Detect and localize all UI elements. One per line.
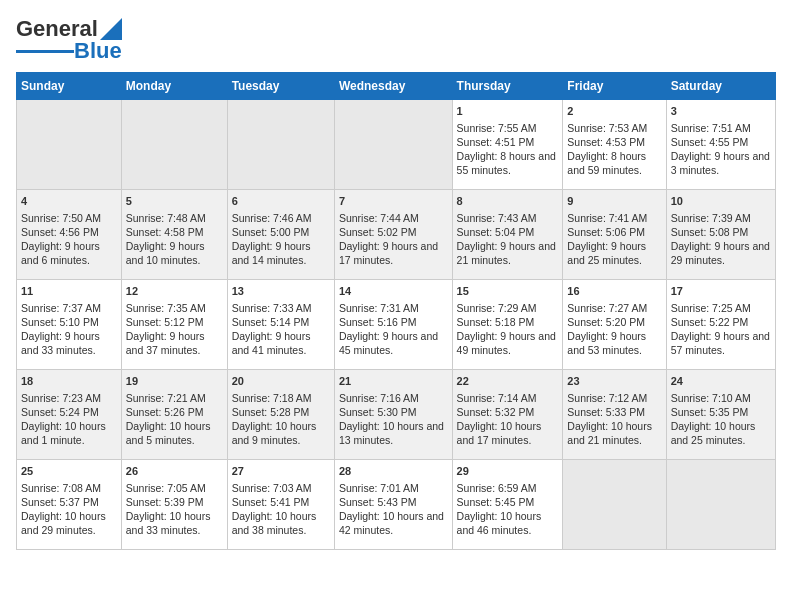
day-number: 17 [671, 284, 771, 299]
calendar-cell: 8Sunrise: 7:43 AMSunset: 5:04 PMDaylight… [452, 190, 563, 280]
calendar-table: SundayMondayTuesdayWednesdayThursdayFrid… [16, 72, 776, 550]
day-info: Sunrise: 7:53 AMSunset: 4:53 PMDaylight:… [567, 122, 647, 177]
calendar-cell: 15Sunrise: 7:29 AMSunset: 5:18 PMDayligh… [452, 280, 563, 370]
calendar-cell: 2Sunrise: 7:53 AMSunset: 4:53 PMDaylight… [563, 100, 666, 190]
col-header-tuesday: Tuesday [227, 73, 334, 100]
day-number: 16 [567, 284, 661, 299]
day-info: Sunrise: 7:50 AMSunset: 4:56 PMDaylight:… [21, 212, 101, 267]
calendar-cell: 9Sunrise: 7:41 AMSunset: 5:06 PMDaylight… [563, 190, 666, 280]
day-info: Sunrise: 7:35 AMSunset: 5:12 PMDaylight:… [126, 302, 206, 357]
calendar-cell: 29Sunrise: 6:59 AMSunset: 5:45 PMDayligh… [452, 460, 563, 550]
day-number: 18 [21, 374, 117, 389]
calendar-cell: 19Sunrise: 7:21 AMSunset: 5:26 PMDayligh… [121, 370, 227, 460]
day-number: 19 [126, 374, 223, 389]
day-info: Sunrise: 7:14 AMSunset: 5:32 PMDaylight:… [457, 392, 542, 447]
day-info: Sunrise: 7:16 AMSunset: 5:30 PMDaylight:… [339, 392, 444, 447]
day-info: Sunrise: 7:12 AMSunset: 5:33 PMDaylight:… [567, 392, 652, 447]
calendar-cell: 17Sunrise: 7:25 AMSunset: 5:22 PMDayligh… [666, 280, 775, 370]
day-number: 8 [457, 194, 559, 209]
day-info: Sunrise: 7:44 AMSunset: 5:02 PMDaylight:… [339, 212, 438, 267]
calendar-week-5: 25Sunrise: 7:08 AMSunset: 5:37 PMDayligh… [17, 460, 776, 550]
day-info: Sunrise: 7:46 AMSunset: 5:00 PMDaylight:… [232, 212, 312, 267]
calendar-cell [334, 100, 452, 190]
day-number: 20 [232, 374, 330, 389]
day-info: Sunrise: 7:43 AMSunset: 5:04 PMDaylight:… [457, 212, 556, 267]
day-info: Sunrise: 7:48 AMSunset: 4:58 PMDaylight:… [126, 212, 206, 267]
day-number: 10 [671, 194, 771, 209]
calendar-cell: 23Sunrise: 7:12 AMSunset: 5:33 PMDayligh… [563, 370, 666, 460]
calendar-week-1: 1Sunrise: 7:55 AMSunset: 4:51 PMDaylight… [17, 100, 776, 190]
col-header-saturday: Saturday [666, 73, 775, 100]
calendar-cell: 20Sunrise: 7:18 AMSunset: 5:28 PMDayligh… [227, 370, 334, 460]
day-number: 9 [567, 194, 661, 209]
calendar-cell [666, 460, 775, 550]
day-info: Sunrise: 7:10 AMSunset: 5:35 PMDaylight:… [671, 392, 756, 447]
logo-icon [100, 18, 122, 40]
day-number: 13 [232, 284, 330, 299]
calendar-cell [17, 100, 122, 190]
day-number: 24 [671, 374, 771, 389]
day-number: 2 [567, 104, 661, 119]
day-number: 5 [126, 194, 223, 209]
col-header-thursday: Thursday [452, 73, 563, 100]
day-number: 26 [126, 464, 223, 479]
day-number: 14 [339, 284, 448, 299]
header: General Blue [16, 16, 776, 64]
calendar-cell: 13Sunrise: 7:33 AMSunset: 5:14 PMDayligh… [227, 280, 334, 370]
day-info: Sunrise: 7:31 AMSunset: 5:16 PMDaylight:… [339, 302, 438, 357]
day-number: 27 [232, 464, 330, 479]
day-number: 11 [21, 284, 117, 299]
calendar-cell: 6Sunrise: 7:46 AMSunset: 5:00 PMDaylight… [227, 190, 334, 280]
day-number: 6 [232, 194, 330, 209]
svg-marker-0 [100, 18, 122, 40]
day-info: Sunrise: 7:05 AMSunset: 5:39 PMDaylight:… [126, 482, 211, 537]
calendar-cell: 21Sunrise: 7:16 AMSunset: 5:30 PMDayligh… [334, 370, 452, 460]
day-info: Sunrise: 7:55 AMSunset: 4:51 PMDaylight:… [457, 122, 556, 177]
logo-text-blue: Blue [74, 38, 122, 64]
calendar-cell: 11Sunrise: 7:37 AMSunset: 5:10 PMDayligh… [17, 280, 122, 370]
calendar-cell: 27Sunrise: 7:03 AMSunset: 5:41 PMDayligh… [227, 460, 334, 550]
calendar-cell: 22Sunrise: 7:14 AMSunset: 5:32 PMDayligh… [452, 370, 563, 460]
logo: General Blue [16, 16, 122, 64]
calendar-cell: 26Sunrise: 7:05 AMSunset: 5:39 PMDayligh… [121, 460, 227, 550]
col-header-friday: Friday [563, 73, 666, 100]
day-info: Sunrise: 7:18 AMSunset: 5:28 PMDaylight:… [232, 392, 317, 447]
day-info: Sunrise: 7:27 AMSunset: 5:20 PMDaylight:… [567, 302, 647, 357]
day-info: Sunrise: 7:33 AMSunset: 5:14 PMDaylight:… [232, 302, 312, 357]
day-info: Sunrise: 7:51 AMSunset: 4:55 PMDaylight:… [671, 122, 770, 177]
day-number: 1 [457, 104, 559, 119]
day-number: 21 [339, 374, 448, 389]
day-info: Sunrise: 7:03 AMSunset: 5:41 PMDaylight:… [232, 482, 317, 537]
calendar-cell: 16Sunrise: 7:27 AMSunset: 5:20 PMDayligh… [563, 280, 666, 370]
day-info: Sunrise: 7:01 AMSunset: 5:43 PMDaylight:… [339, 482, 444, 537]
calendar-cell: 7Sunrise: 7:44 AMSunset: 5:02 PMDaylight… [334, 190, 452, 280]
day-number: 12 [126, 284, 223, 299]
col-header-sunday: Sunday [17, 73, 122, 100]
day-number: 22 [457, 374, 559, 389]
calendar-cell [121, 100, 227, 190]
day-number: 3 [671, 104, 771, 119]
day-number: 15 [457, 284, 559, 299]
calendar-cell: 28Sunrise: 7:01 AMSunset: 5:43 PMDayligh… [334, 460, 452, 550]
calendar-cell: 4Sunrise: 7:50 AMSunset: 4:56 PMDaylight… [17, 190, 122, 280]
day-number: 4 [21, 194, 117, 209]
day-number: 28 [339, 464, 448, 479]
calendar-cell: 5Sunrise: 7:48 AMSunset: 4:58 PMDaylight… [121, 190, 227, 280]
day-info: Sunrise: 7:25 AMSunset: 5:22 PMDaylight:… [671, 302, 770, 357]
col-header-monday: Monday [121, 73, 227, 100]
day-info: Sunrise: 7:41 AMSunset: 5:06 PMDaylight:… [567, 212, 647, 267]
calendar-week-2: 4Sunrise: 7:50 AMSunset: 4:56 PMDaylight… [17, 190, 776, 280]
calendar-cell: 1Sunrise: 7:55 AMSunset: 4:51 PMDaylight… [452, 100, 563, 190]
calendar-cell: 3Sunrise: 7:51 AMSunset: 4:55 PMDaylight… [666, 100, 775, 190]
calendar-cell: 18Sunrise: 7:23 AMSunset: 5:24 PMDayligh… [17, 370, 122, 460]
day-number: 23 [567, 374, 661, 389]
calendar-week-3: 11Sunrise: 7:37 AMSunset: 5:10 PMDayligh… [17, 280, 776, 370]
calendar-cell: 12Sunrise: 7:35 AMSunset: 5:12 PMDayligh… [121, 280, 227, 370]
day-info: Sunrise: 7:39 AMSunset: 5:08 PMDaylight:… [671, 212, 770, 267]
day-number: 25 [21, 464, 117, 479]
calendar-cell [563, 460, 666, 550]
calendar-cell: 24Sunrise: 7:10 AMSunset: 5:35 PMDayligh… [666, 370, 775, 460]
col-header-wednesday: Wednesday [334, 73, 452, 100]
day-number: 29 [457, 464, 559, 479]
calendar-cell [227, 100, 334, 190]
